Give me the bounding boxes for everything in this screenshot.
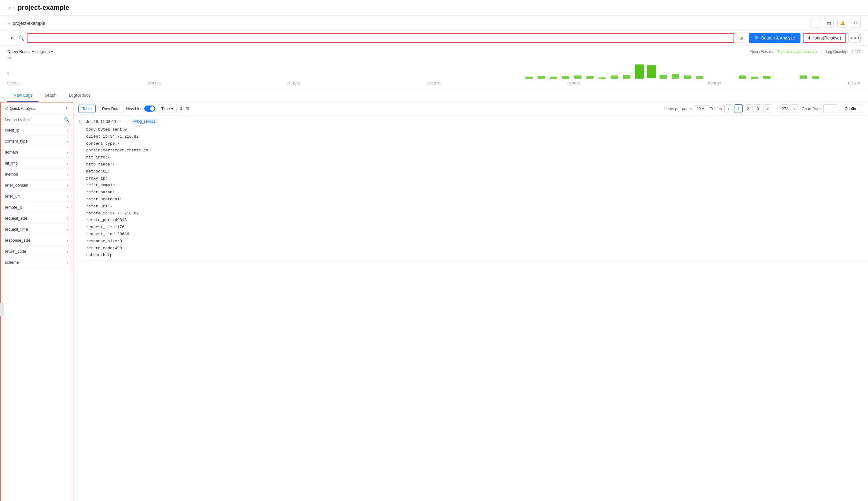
prev-page-btn[interactable]: ‹ — [724, 104, 733, 113]
field-item[interactable]: hit_info ▾ — [1, 158, 73, 169]
x-label-4: 09:45:00 — [568, 81, 581, 85]
svg-rect-10 — [647, 65, 656, 78]
field-item[interactable]: refer_domain ▾ — [1, 180, 73, 191]
page-4-btn[interactable]: 4 — [763, 104, 772, 113]
histogram-info: Query Results The results are accurate. … — [750, 50, 861, 54]
new-line-toggle: New Line — [126, 106, 155, 111]
search-input-wrapper: 1 — [27, 33, 734, 43]
svg-rect-4 — [574, 76, 582, 79]
query-results-label: Query Results — [750, 50, 773, 54]
chevron-icon: ▾ — [51, 49, 53, 54]
log-field: content_type:- — [86, 141, 863, 147]
toolbar-right: Items per page: 20 ▾ Entries ‹ 1 2 3 4 …… — [664, 104, 863, 113]
svg-rect-15 — [739, 76, 746, 79]
last-page-btn[interactable]: 272 — [781, 104, 790, 113]
log-field: refer_uri:- — [86, 203, 863, 210]
field-item[interactable]: method ▾ — [1, 169, 73, 180]
quick-analysis-header: ◁ Quick Analysis ⋮ — [1, 103, 73, 115]
svg-rect-17 — [763, 76, 770, 78]
svg-rect-13 — [684, 76, 691, 79]
tab-graph[interactable]: Graph — [39, 89, 63, 102]
download-icon[interactable]: ⬇ — [179, 106, 183, 111]
left-panel: ◁ Quick Analysis ⋮ 🔍 client_ip ▾ content… — [0, 102, 73, 501]
field-item[interactable]: request_time ▾ — [1, 224, 73, 235]
new-line-switch[interactable] — [144, 106, 155, 111]
accuracy-label: The results are accurate. — [777, 50, 818, 54]
svg-rect-3 — [562, 76, 569, 78]
log-field: remote_port:49818 — [86, 217, 863, 224]
log-number: 1 — [78, 119, 83, 124]
tab-raw-logs[interactable]: Raw Logs — [7, 89, 39, 102]
auto-refresh-button[interactable]: AUTO — [848, 33, 861, 43]
field-item[interactable]: request_size ▾ — [1, 213, 73, 224]
items-per-page-select[interactable]: 20 ▾ — [694, 105, 707, 112]
back-button[interactable]: ← — [7, 4, 14, 12]
time-column-btn[interactable]: Time ▾ — [158, 105, 176, 113]
more-icon[interactable]: ⋮ — [65, 106, 68, 111]
search-field-input[interactable] — [4, 117, 62, 122]
svg-rect-5 — [586, 76, 594, 78]
entries-label: Entries — [710, 106, 722, 111]
search-icon: 🔍 — [18, 35, 24, 41]
time-range-button[interactable]: 4 Hours(Relative) — [803, 33, 846, 43]
column-settings-icon[interactable]: ⊞ — [186, 106, 189, 111]
field-chevron-icon: ▾ — [67, 227, 68, 232]
more-options-icon[interactable]: ⋯ — [124, 119, 128, 124]
confirm-button[interactable]: Confirm — [840, 105, 863, 113]
copy-icon[interactable]: ⎘ — [119, 119, 121, 124]
histogram-title-btn[interactable]: Query Result Histogram ▾ — [7, 49, 53, 54]
goto-page: Go to Page Confirm — [802, 104, 863, 113]
svg-rect-11 — [660, 75, 667, 78]
tab-logreduce[interactable]: LogReduce — [63, 89, 97, 102]
search-bar: ▾ 🔍 1 ⊞ 🔍 Search & Analyze 4 Hours(Relat… — [0, 31, 868, 45]
next-page-btn[interactable]: › — [791, 104, 799, 113]
field-item[interactable]: refer_uri ▾ — [1, 191, 73, 202]
log-fields: body_bytes_sent:0 client_ip:34.71.216.82… — [78, 127, 863, 258]
log-quantity-value: 5,426 — [851, 50, 861, 54]
svg-rect-1 — [538, 76, 545, 78]
settings-icon-btn[interactable]: ⚙ — [851, 18, 861, 28]
log-content: 1 Jun 18, 11:08:00 ⎘ ⋯ @log_service body… — [73, 116, 868, 501]
search-input[interactable]: 1 — [31, 35, 730, 40]
svg-rect-18 — [800, 76, 807, 79]
log-entry: 1 Jun 18, 11:08:00 ⎘ ⋯ @log_service body… — [73, 116, 868, 262]
field-chevron-icon: ▾ — [67, 150, 68, 154]
search-icon-inline: 🔍 — [754, 35, 759, 40]
raw-data-button[interactable]: Raw Data — [98, 105, 123, 113]
page-2-btn[interactable]: 2 — [744, 104, 752, 113]
field-chevron-icon: ▾ — [67, 216, 68, 221]
field-chevron-icon: ▾ — [67, 205, 68, 210]
search-field-bar: 🔍 — [1, 115, 73, 125]
log-field: refer_protocol: — [86, 196, 863, 203]
svg-rect-12 — [672, 74, 679, 78]
log-quantity-label: Log Quantity: — [826, 50, 848, 54]
format-icon-btn[interactable]: ⊞ — [737, 33, 746, 43]
field-item[interactable]: content_type ▾ — [1, 136, 73, 147]
x-label-3: 09:10:00 — [428, 81, 441, 85]
field-item[interactable]: return_code ▾ — [1, 246, 73, 257]
field-item[interactable]: domain ▾ — [1, 147, 73, 158]
field-item[interactable]: scheme ▾ — [1, 257, 73, 268]
monitor-icon-btn[interactable]: ⌒ — [811, 18, 820, 28]
field-chevron-icon: ▾ — [67, 161, 68, 166]
svg-rect-8 — [623, 75, 630, 78]
field-item[interactable]: response_size ▾ — [1, 235, 73, 246]
expand-toggle[interactable]: ▾ — [7, 34, 16, 42]
field-item[interactable]: client_ip ▾ — [1, 125, 73, 136]
table-button[interactable]: Table — [78, 105, 96, 113]
collapse-panel-handle[interactable]: ‹ — [0, 303, 4, 316]
page-3-btn[interactable]: 3 — [754, 104, 762, 113]
search-analyze-button[interactable]: 🔍 Search & Analyze — [749, 33, 801, 43]
page-1-btn[interactable]: 1 — [734, 104, 743, 113]
svg-rect-7 — [611, 76, 618, 79]
goto-page-input[interactable] — [823, 104, 838, 113]
field-item[interactable]: remote_ip ▾ — [1, 202, 73, 213]
table-icon-btn[interactable]: ▤ — [824, 18, 834, 28]
svg-rect-6 — [598, 77, 606, 79]
log-date: Jun 18, 11:08:00 — [86, 119, 116, 124]
field-chevron-icon: ▾ — [67, 249, 68, 254]
bell-icon-btn[interactable]: 🔔 — [837, 18, 847, 28]
log-field: request_size:176 — [86, 224, 863, 231]
x-label-0: 07:29:05 — [7, 81, 21, 85]
log-field: scheme:http — [86, 252, 863, 258]
